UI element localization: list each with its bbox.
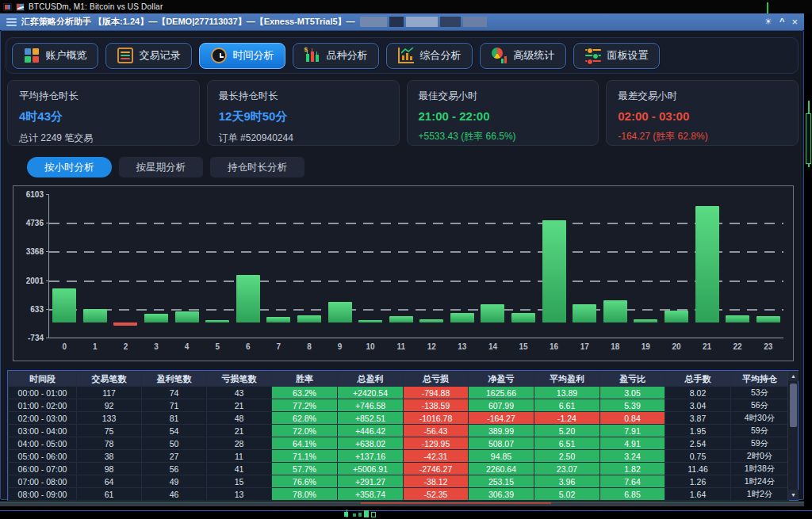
y-axis-tick <box>46 280 49 281</box>
table-cell: 2.54 <box>665 437 731 450</box>
collapse-icon[interactable]: ^ <box>779 17 784 26</box>
column-header[interactable]: 交易笔数 <box>77 372 142 387</box>
y-axis-label: 2001 <box>26 276 44 284</box>
nav-button-time-analysis[interactable]: 时间分析 <box>199 43 285 69</box>
nav-button-trade-records[interactable]: 交易记录 <box>105 43 192 69</box>
scroll-up-icon[interactable]: ▲ <box>788 371 799 381</box>
nav-button-label: 高级统计 <box>514 48 555 63</box>
toolbar: 账户概览 交易记录 时间分析 $ 品种分析 综合分析 高级统计 面板设置 <box>6 37 799 74</box>
table-cell: 71.1% <box>272 450 338 463</box>
chart-plot: 6103473633682001633-73401234567891011121… <box>48 194 783 338</box>
table-header-row: 时间段交易笔数盈利笔数亏损笔数胜率总盈利总亏损净盈亏平均盈利盈亏比总手数平均持仓 <box>9 372 789 387</box>
mt5-table-icon <box>3 3 12 11</box>
chart-bar-hour-19 <box>634 319 657 322</box>
table-cell: 1.82 <box>600 463 665 475</box>
table-cell: 4时30分 <box>731 412 789 425</box>
table-cell: 00:00 - 01:00 <box>9 387 77 399</box>
card-subtext: 订单 #520940244 <box>219 132 388 145</box>
nav-button-advanced-stats[interactable]: 高级统计 <box>480 43 566 69</box>
nav-button-symbol-analysis[interactable]: $ 品种分析 <box>293 43 379 69</box>
table-cell: +291.27 <box>338 475 404 488</box>
hourly-pnl-chart: 6103473633682001633-73401234567891011121… <box>13 185 794 361</box>
column-header[interactable]: 平均盈利 <box>534 372 600 387</box>
x-axis-label: 18 <box>611 342 619 351</box>
table-row: 04:00 - 05:0078502864.1%+638.02-129.9550… <box>9 437 789 450</box>
chart-bar-hour-3 <box>144 314 168 322</box>
column-header[interactable]: 亏损笔数 <box>207 372 272 387</box>
close-icon[interactable]: × <box>791 17 798 27</box>
column-header[interactable]: 平均持仓 <box>731 372 789 387</box>
tab-by-hour[interactable]: 按小时分析 <box>27 157 112 177</box>
table-cell: 01:00 - 02:00 <box>9 399 77 412</box>
app-titlebar[interactable]: 汇弈策略分析助手 【版本:1.24】—【DEMO|277113037】—【Exn… <box>0 13 804 30</box>
table-cell: 3.96 <box>534 475 600 488</box>
table-cell: 76.6% <box>272 475 338 488</box>
table-cell: 13.89 <box>534 387 600 399</box>
table-cell: 57.7% <box>272 463 338 475</box>
nav-button-label: 综合分析 <box>420 48 462 63</box>
app-logo-icon <box>6 17 17 26</box>
x-axis-label: 1 <box>93 342 98 351</box>
nav-button-panel-settings[interactable]: 面板设置 <box>573 43 660 69</box>
column-header[interactable]: 盈亏比 <box>600 372 665 387</box>
table-cell: -42.31 <box>404 450 469 463</box>
table-cell: 13 <box>207 488 272 501</box>
card-avg-holding-time: 平均持仓时长 4时43分 总计 2249 笔交易 <box>7 80 200 146</box>
column-header[interactable]: 盈利笔数 <box>142 372 207 387</box>
scroll-down-icon[interactable]: ▼ <box>788 490 799 500</box>
scrollbar-thumb[interactable] <box>790 384 797 427</box>
table-cell: -38.12 <box>404 475 469 488</box>
settings-icon[interactable]: ☀ <box>764 17 772 26</box>
background-candle <box>806 113 811 164</box>
x-axis-label: 17 <box>580 342 589 351</box>
table-cell: 74 <box>142 387 207 399</box>
card-label: 平均持仓时长 <box>19 90 188 103</box>
tab-by-holding-duration[interactable]: 持仓时长分析 <box>210 157 304 177</box>
table-cell: 5.39 <box>600 399 665 412</box>
table-cell: 117 <box>77 387 142 399</box>
column-header[interactable]: 时间段 <box>9 372 77 387</box>
y-axis-label: 3368 <box>26 247 44 256</box>
table-cell: 77.2% <box>272 399 338 412</box>
nav-button-label: 面板设置 <box>607 48 649 63</box>
x-axis-label: 4 <box>185 342 190 351</box>
table-cell: -138.59 <box>404 399 469 412</box>
x-axis-label: 14 <box>488 342 497 351</box>
table-cell: 5.02 <box>534 488 600 501</box>
x-axis-label: 15 <box>519 342 527 351</box>
nav-button-account-overview[interactable]: 账户概览 <box>12 43 98 69</box>
hourly-stats-table: 时间段交易笔数盈利笔数亏损笔数胜率总盈利总亏损净盈亏平均盈利盈亏比总手数平均持仓… <box>7 370 799 501</box>
nav-button-综合-analysis[interactable]: 综合分析 <box>386 43 473 69</box>
table-cell: 8.02 <box>665 387 731 399</box>
combo-chart-icon <box>398 48 414 63</box>
y-axis-label: 633 <box>30 304 44 313</box>
column-header[interactable]: 净盈亏 <box>469 372 534 387</box>
tab-by-weekday[interactable]: 按星期分析 <box>119 157 204 177</box>
chart-bar-hour-9 <box>328 302 352 322</box>
table-cell: 27 <box>142 450 207 463</box>
stat-cards: 平均持仓时长 4时43分 总计 2249 笔交易 最长持仓时长 12天9时50分… <box>7 80 799 146</box>
clock-icon <box>211 48 227 63</box>
x-axis-label: 2 <box>124 342 128 351</box>
column-header[interactable]: 总亏损 <box>404 372 469 387</box>
table-cell: 49 <box>142 475 207 488</box>
chart-bar-hour-10 <box>358 320 382 322</box>
x-axis-label: 9 <box>338 342 343 351</box>
table-row: 02:00 - 03:00133814862.8%+852.51-1016.78… <box>9 412 789 425</box>
column-header[interactable]: 胜率 <box>272 372 338 387</box>
table-cell: 389.99 <box>469 425 534 437</box>
nav-button-label: 品种分析 <box>327 48 368 63</box>
x-axis-label: 13 <box>458 342 466 351</box>
table-cell: 15 <box>207 475 272 488</box>
table-cell: -52.35 <box>404 488 469 501</box>
column-header[interactable]: 总手数 <box>665 372 731 387</box>
table-cell: 48 <box>207 412 272 425</box>
column-header[interactable]: 总盈利 <box>338 372 404 387</box>
table-row: 00:00 - 01:00117744363.2%+2420.54-794.88… <box>9 387 789 399</box>
x-axis-label: 7 <box>277 342 282 351</box>
card-value: 4时43分 <box>19 109 188 124</box>
table-cell: 1时38分 <box>731 463 789 475</box>
y-axis-tick <box>46 194 49 195</box>
table-cell: 81 <box>142 412 207 425</box>
table-scrollbar[interactable]: ▲ ▼ <box>787 371 798 500</box>
